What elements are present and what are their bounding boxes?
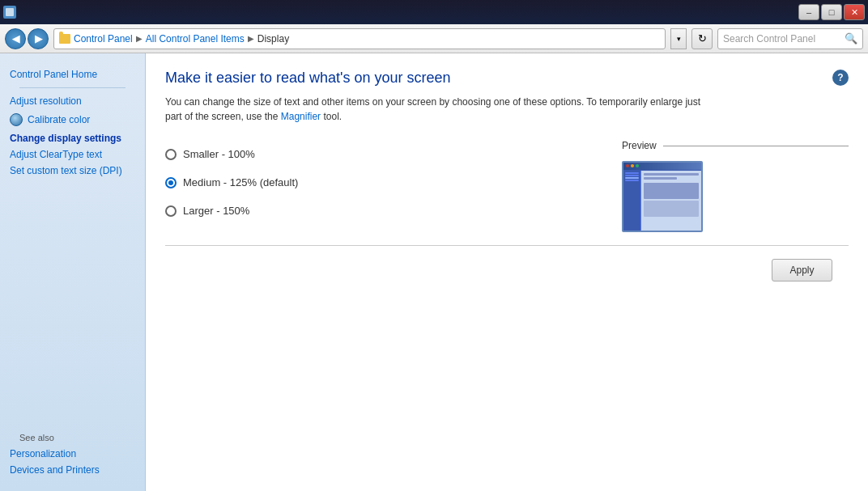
refresh-button[interactable]: ↻: [691, 28, 713, 49]
sidebar: Control Panel Home Adjust resolution Cal…: [0, 53, 146, 491]
content-header-text: Make it easier to read what's on your sc…: [165, 70, 832, 140]
preview-line-1: [644, 173, 699, 176]
see-also-label: See also: [10, 430, 135, 446]
page-description: You can change the size of text and othe…: [165, 95, 716, 124]
breadcrumb-control-panel[interactable]: Control Panel: [74, 33, 133, 44]
sidebar-calibrate-color[interactable]: Calibrate color: [28, 112, 90, 128]
preview-section: Preview: [622, 140, 849, 232]
sidebar-control-panel-home[interactable]: Control Panel Home: [10, 66, 135, 83]
title-bar-left: [3, 6, 16, 19]
close-button[interactable]: ✕: [844, 4, 865, 20]
preview-header-line: [663, 146, 849, 146]
breadcrumb-all-items[interactable]: All Control Panel Items: [146, 33, 245, 44]
breadcrumb-sep-2: ▶: [248, 34, 254, 43]
preview-image: [622, 161, 703, 232]
magnifier-link[interactable]: Magnifier: [281, 111, 321, 122]
sidebar-personalization[interactable]: Personalization: [10, 446, 135, 462]
option-larger[interactable]: Larger - 150%: [165, 197, 589, 225]
description-text-1: You can change the size of text and othe…: [165, 96, 700, 122]
forward-button[interactable]: ▶: [28, 28, 49, 49]
preview-label: Preview: [622, 140, 657, 151]
search-icon: 🔍: [845, 32, 857, 44]
sidebar-custom-text-size[interactable]: Set custom text size (DPI): [10, 163, 135, 179]
page-title: Make it easier to read what's on your sc…: [165, 70, 832, 87]
breadcrumb-bar: Control Panel ▶ All Control Panel Items …: [53, 28, 666, 49]
radio-dot-medium: [168, 180, 173, 185]
search-box[interactable]: Search Control Panel 🔍: [717, 28, 863, 49]
sidebar-see-also: See also Personalization Devices and Pri…: [0, 426, 145, 481]
apply-button[interactable]: Apply: [772, 259, 832, 281]
search-placeholder: Search Control Panel: [723, 33, 815, 44]
address-dropdown[interactable]: ▾: [670, 28, 687, 49]
breadcrumb-current: Display: [257, 33, 289, 44]
preview-inner: [623, 163, 701, 231]
title-bar: – □ ✕: [0, 0, 868, 24]
sidebar-nav: Control Panel Home Adjust resolution Cal…: [0, 63, 145, 182]
option-medium-label: Medium - 125% (default): [183, 176, 298, 188]
preview-content-mini: [641, 171, 701, 231]
preview-mini-lines: [641, 171, 701, 219]
preview-header: Preview: [622, 140, 849, 151]
sidebar-change-display[interactable]: Change display settings: [10, 130, 135, 146]
option-smaller[interactable]: Smaller - 100%: [165, 140, 589, 168]
content-area: Make it easier to read what's on your sc…: [146, 53, 868, 491]
back-button[interactable]: ◀: [5, 28, 26, 49]
radio-medium[interactable]: [165, 177, 177, 188]
options-section: Smaller - 100% Medium - 125% (default) L…: [165, 140, 589, 225]
option-smaller-label: Smaller - 100%: [183, 148, 255, 160]
minimize-button[interactable]: –: [798, 4, 819, 20]
main-window: – □ ✕ ◀ ▶ Control Panel ▶ All Control Pa…: [0, 0, 868, 491]
sidebar-devices-printers[interactable]: Devices and Printers: [10, 462, 135, 478]
breadcrumb-sep-1: ▶: [136, 34, 143, 43]
preview-sidebar-mini: [623, 171, 641, 231]
content-header-row: Make it easier to read what's on your sc…: [165, 70, 849, 140]
options-preview-container: Smaller - 100% Medium - 125% (default) L…: [165, 140, 849, 232]
nav-buttons: ◀ ▶: [5, 28, 49, 49]
apply-section: Apply: [165, 259, 849, 281]
sidebar-divider-1: [19, 87, 126, 88]
window-controls: – □ ✕: [798, 4, 865, 20]
preview-titlebar: [623, 163, 701, 171]
maximize-button[interactable]: □: [821, 4, 842, 20]
option-larger-label: Larger - 150%: [183, 205, 249, 217]
description-text-2: tool.: [321, 111, 342, 122]
sidebar-adjust-resolution[interactable]: Adjust resolution: [10, 93, 135, 109]
calibrate-globe-icon: [10, 113, 23, 126]
main-area: Control Panel Home Adjust resolution Cal…: [0, 53, 868, 491]
radio-smaller[interactable]: [165, 149, 177, 160]
content-divider: [165, 245, 849, 246]
option-medium[interactable]: Medium - 125% (default): [165, 168, 589, 197]
sidebar-cleartype[interactable]: Adjust ClearType text: [10, 146, 135, 163]
sidebar-calibrate-color-item[interactable]: Calibrate color: [10, 109, 135, 130]
sidebar-spacer: [0, 182, 145, 426]
preview-line-2: [644, 177, 677, 180]
address-bar: ◀ ▶ Control Panel ▶ All Control Panel It…: [0, 24, 868, 53]
help-button[interactable]: ?: [832, 70, 849, 86]
radio-larger[interactable]: [165, 205, 177, 217]
